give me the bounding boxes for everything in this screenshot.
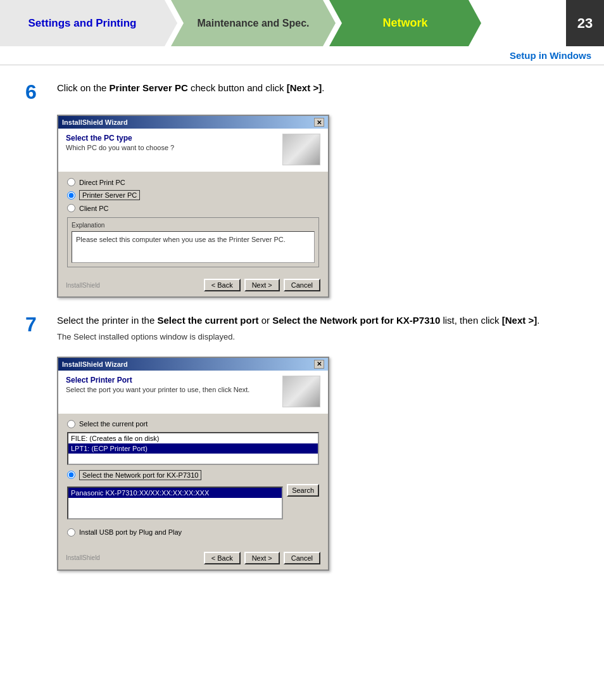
dialog2-header-title: Select Printer Port bbox=[66, 376, 249, 385]
dialog2-header: Select Printer Port Select the port you … bbox=[58, 371, 328, 414]
dialog2-cancel-button[interactable]: Cancel bbox=[284, 552, 320, 564]
dialog1-header: Select the PC type Which PC do you want … bbox=[58, 129, 328, 172]
dialog1-radio2[interactable] bbox=[67, 191, 75, 200]
dialog2-listbox1-item1[interactable]: FILE: (Creates a file on disk) bbox=[68, 433, 318, 443]
dialog2-radio3-label: Install USB port by Plug and Play bbox=[79, 528, 182, 536]
dialog1-close-button[interactable]: ✕ bbox=[314, 118, 324, 127]
dialog1-footer: InstallShield < Back Next > Cancel bbox=[58, 274, 328, 296]
dialog1-back-button[interactable]: < Back bbox=[204, 279, 241, 291]
dialog1-header-subtitle: Which PC do you want to choose ? bbox=[66, 144, 174, 151]
sub-header-label: Setup in Windows bbox=[510, 50, 591, 61]
dialog2-radio1-item[interactable]: Select the current port bbox=[67, 420, 319, 428]
dialog2-installshield: InstallShield bbox=[66, 554, 200, 561]
dialog2-radio3[interactable] bbox=[67, 528, 75, 537]
tab-network-label: Network bbox=[382, 16, 427, 30]
dialog1-radio3-item[interactable]: Client PC bbox=[67, 204, 319, 212]
dialog2-back-button[interactable]: < Back bbox=[204, 552, 241, 564]
dialog2-radio2-label: Select the Network port for KX-P7310 bbox=[79, 470, 201, 480]
step-7-text: Select the printer in the Select the cur… bbox=[57, 313, 579, 344]
dialog2-close-button[interactable]: ✕ bbox=[314, 360, 324, 369]
dialog2: InstallShield Wizard ✕ Select Printer Po… bbox=[57, 357, 329, 571]
dialog1-cancel-button[interactable]: Cancel bbox=[284, 279, 320, 291]
dialog2-radio3-item[interactable]: Install USB port by Plug and Play bbox=[67, 528, 319, 537]
dialog2-listbox1-item2[interactable]: LPT1: (ECP Printer Port) bbox=[68, 443, 318, 454]
step-7-number: 7 bbox=[25, 313, 57, 334]
explanation-content: Please select this computer when you use… bbox=[72, 231, 315, 263]
dialog2-title: InstallShield Wizard bbox=[62, 360, 128, 368]
dialog2-network-row: Panasonic KX-P7310:XX/XX:XX:XX:XX:XXX Se… bbox=[67, 484, 319, 525]
dialog2-next-button[interactable]: Next > bbox=[244, 552, 280, 564]
dialog1-radio2-label: Printer Server PC bbox=[79, 190, 140, 200]
dialog2-radio2[interactable] bbox=[67, 471, 75, 479]
dialog1-installshield: InstallShield bbox=[66, 282, 200, 289]
dialog1-titlebar: InstallShield Wizard ✕ bbox=[58, 116, 328, 129]
dialog2-body: Select the current port FILE: (Creates a… bbox=[58, 414, 328, 547]
step-6-text: Click on the Printer Server PC check but… bbox=[57, 80, 579, 96]
explanation-box: Explanation Please select this computer … bbox=[67, 217, 319, 267]
dialog2-header-image bbox=[282, 376, 320, 407]
dialog1: InstallShield Wizard ✕ Select the PC typ… bbox=[57, 115, 329, 298]
main-content: 6 Click on the Printer Server PC check b… bbox=[0, 65, 604, 601]
dialog1-radio3-label: Client PC bbox=[79, 205, 108, 212]
dialog2-footer: InstallShield < Back Next > Cancel bbox=[58, 547, 328, 570]
dialog2-radio1[interactable] bbox=[67, 420, 75, 428]
dialog1-header-image bbox=[282, 134, 320, 165]
dialog2-container: InstallShield Wizard ✕ Select Printer Po… bbox=[57, 357, 579, 571]
tab-maintenance-label: Maintenance and Spec. bbox=[198, 18, 310, 29]
dialog1-body: Direct Print PC Printer Server PC Client… bbox=[58, 172, 328, 274]
dialog1-header-title: Select the PC type bbox=[66, 134, 174, 143]
dialog1-next-button[interactable]: Next > bbox=[244, 279, 280, 291]
dialog1-title: InstallShield Wizard bbox=[62, 118, 128, 126]
dialog1-radio1[interactable] bbox=[67, 178, 75, 186]
step-7-subtext: The Select installed options window is d… bbox=[57, 331, 579, 344]
dialog2-header-text: Select Printer Port Select the port you … bbox=[66, 376, 249, 393]
dialog2-header-subtitle: Select the port you want your printer to… bbox=[66, 386, 249, 393]
tab-maintenance[interactable]: Maintenance and Spec. bbox=[171, 0, 336, 46]
explanation-label: Explanation bbox=[72, 222, 315, 229]
tab-settings-label: Settings and Printing bbox=[28, 17, 137, 30]
page-number: 23 bbox=[566, 0, 604, 46]
dialog2-network-listbox: Panasonic KX-P7310:XX/XX:XX:XX:XX:XXX bbox=[67, 484, 283, 525]
dialog1-container: InstallShield Wizard ✕ Select the PC typ… bbox=[57, 115, 579, 298]
dialog2-titlebar: InstallShield Wizard ✕ bbox=[58, 358, 328, 371]
dialog2-search-button[interactable]: Search bbox=[287, 484, 319, 497]
dialog2-radio2-item[interactable]: Select the Network port for KX-P7310 bbox=[67, 470, 319, 480]
page-header: Settings and Printing Maintenance and Sp… bbox=[0, 0, 604, 46]
dialog2-listbox2-item1[interactable]: Panasonic KX-P7310:XX/XX:XX:XX:XX:XXX bbox=[68, 488, 282, 498]
dialog2-radio1-label: Select the current port bbox=[79, 420, 148, 428]
tab-network[interactable]: Network bbox=[329, 0, 481, 46]
step-6-number: 6 bbox=[25, 80, 57, 102]
step-6: 6 Click on the Printer Server PC check b… bbox=[25, 80, 579, 102]
dialog1-radio1-item[interactable]: Direct Print PC bbox=[67, 178, 319, 186]
dialog2-listbox2[interactable]: Panasonic KX-P7310:XX/XX:XX:XX:XX:XXX bbox=[67, 487, 283, 519]
dialog1-header-text: Select the PC type Which PC do you want … bbox=[66, 134, 174, 151]
dialog2-listbox1[interactable]: FILE: (Creates a file on disk) LPT1: (EC… bbox=[67, 432, 319, 465]
dialog1-radio3[interactable] bbox=[67, 204, 75, 212]
dialog1-radio2-item[interactable]: Printer Server PC bbox=[67, 190, 319, 200]
tab-settings[interactable]: Settings and Printing bbox=[0, 0, 177, 46]
step-7: 7 Select the printer in the Select the c… bbox=[25, 313, 579, 344]
dialog1-radio-group: Direct Print PC Printer Server PC Client… bbox=[67, 178, 319, 212]
sub-header: Setup in Windows bbox=[0, 46, 604, 65]
dialog1-radio1-label: Direct Print PC bbox=[79, 179, 125, 186]
